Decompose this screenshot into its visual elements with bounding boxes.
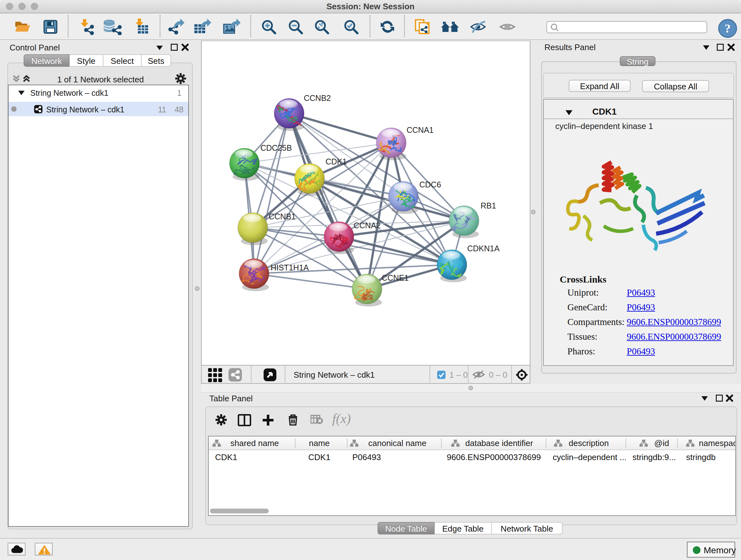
svg-text:CCNA2: CCNA2 [354,221,381,230]
svg-text:CDK1: CDK1 [326,157,347,166]
svg-text:RB1: RB1 [481,201,496,210]
svg-text:CCNA1: CCNA1 [407,125,434,134]
svg-text:CDC25B: CDC25B [260,143,292,152]
svg-text:HIST1H1A: HIST1H1A [271,263,309,272]
svg-text:CCNB2: CCNB2 [304,94,331,103]
svg-text:CDC6: CDC6 [419,180,441,189]
svg-text:CCNE1: CCNE1 [382,273,409,282]
svg-text:CDKN1A: CDKN1A [467,244,500,253]
svg-text:CCNB1: CCNB1 [269,212,296,221]
svg-text:?: ? [725,22,731,35]
